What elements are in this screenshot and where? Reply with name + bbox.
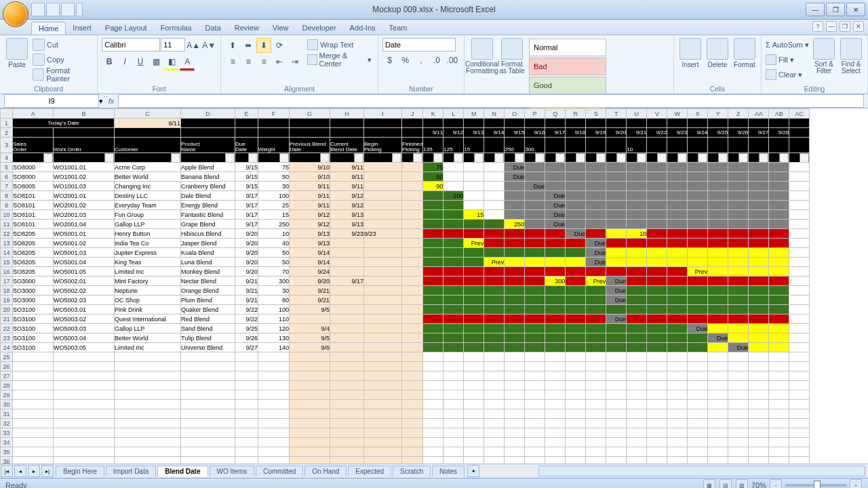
cell[interactable] bbox=[749, 229, 769, 239]
cell[interactable] bbox=[667, 343, 688, 352]
row-header[interactable]: 19 bbox=[1, 296, 13, 305]
cell[interactable] bbox=[789, 362, 810, 371]
cell[interactable] bbox=[586, 438, 606, 447]
cell[interactable] bbox=[545, 267, 566, 277]
cell[interactable] bbox=[789, 324, 810, 333]
cell[interactable] bbox=[627, 163, 647, 172]
sheet-tab-committed[interactable]: Committed bbox=[256, 466, 303, 476]
cell[interactable]: 9/20 bbox=[235, 229, 258, 239]
col-header[interactable]: Z bbox=[728, 109, 749, 119]
cell[interactable]: 250 bbox=[505, 220, 525, 229]
cell[interactable] bbox=[258, 400, 290, 409]
cell[interactable] bbox=[115, 371, 181, 381]
cell[interactable] bbox=[566, 419, 586, 428]
cell[interactable] bbox=[708, 163, 728, 172]
cell[interactable] bbox=[364, 343, 402, 352]
cell[interactable] bbox=[606, 343, 627, 352]
cell[interactable] bbox=[749, 314, 769, 324]
cell[interactable] bbox=[708, 210, 728, 220]
cell[interactable]: 50 bbox=[258, 248, 290, 258]
cell[interactable] bbox=[627, 333, 647, 343]
cell[interactable] bbox=[769, 210, 789, 220]
cell[interactable] bbox=[13, 371, 54, 381]
cell[interactable] bbox=[647, 343, 667, 352]
cell[interactable] bbox=[443, 296, 464, 305]
cell[interactable] bbox=[749, 333, 769, 343]
cell[interactable] bbox=[423, 390, 443, 400]
cell[interactable] bbox=[13, 362, 54, 371]
cell[interactable] bbox=[13, 381, 54, 390]
cell[interactable] bbox=[586, 447, 606, 457]
cell[interactable] bbox=[566, 220, 586, 229]
cell[interactable] bbox=[708, 447, 728, 457]
cell[interactable] bbox=[484, 400, 505, 409]
cell[interactable] bbox=[769, 229, 789, 239]
cell[interactable]: 9/17 bbox=[235, 201, 258, 210]
cell[interactable] bbox=[423, 419, 443, 428]
cell[interactable] bbox=[586, 324, 606, 333]
cell[interactable] bbox=[688, 314, 708, 324]
cell[interactable]: Quaker Blend bbox=[181, 305, 235, 314]
sheet-tab-begin-here[interactable]: Begin Here bbox=[56, 466, 104, 476]
cell[interactable]: Due bbox=[586, 258, 606, 267]
cell[interactable] bbox=[402, 447, 423, 457]
cell[interactable] bbox=[545, 362, 566, 371]
cell[interactable] bbox=[708, 220, 728, 229]
row-header[interactable]: 9 bbox=[1, 201, 13, 210]
cell[interactable] bbox=[464, 419, 484, 428]
cell[interactable] bbox=[606, 267, 627, 277]
row-header[interactable]: 25 bbox=[1, 352, 13, 362]
cell[interactable] bbox=[505, 210, 525, 220]
cell[interactable] bbox=[423, 267, 443, 277]
cell[interactable] bbox=[728, 371, 749, 381]
cell[interactable] bbox=[606, 333, 627, 343]
cell[interactable] bbox=[708, 381, 728, 390]
cell[interactable] bbox=[728, 409, 749, 419]
cell[interactable] bbox=[423, 220, 443, 229]
cell[interactable] bbox=[667, 182, 688, 191]
cell[interactable]: Due bbox=[688, 324, 708, 333]
cell[interactable] bbox=[525, 438, 545, 447]
cell[interactable] bbox=[525, 333, 545, 343]
doc-restore-icon[interactable]: ❐ bbox=[840, 21, 850, 32]
filter-icon[interactable]: ▾ bbox=[104, 153, 114, 163]
cell[interactable]: 100 bbox=[443, 191, 464, 201]
cell[interactable] bbox=[728, 362, 749, 371]
cell[interactable]: Plum Blend bbox=[181, 296, 235, 305]
filter-icon[interactable]: ▾ bbox=[535, 153, 545, 163]
cell[interactable] bbox=[749, 305, 769, 314]
col-header[interactable]: C bbox=[115, 109, 181, 119]
cell[interactable]: SO8101 bbox=[13, 210, 54, 220]
cell[interactable] bbox=[505, 419, 525, 428]
cell[interactable] bbox=[525, 343, 545, 352]
cell[interactable] bbox=[525, 296, 545, 305]
cell[interactable] bbox=[627, 210, 647, 220]
zoom-slider[interactable] bbox=[785, 484, 846, 487]
cell[interactable] bbox=[545, 343, 566, 352]
cell[interactable] bbox=[606, 390, 627, 400]
cell[interactable]: 9/11 bbox=[330, 172, 364, 182]
cell[interactable]: 9/23 bbox=[330, 229, 364, 239]
sheet-tab-import-data[interactable]: Import Data bbox=[106, 466, 156, 476]
cell[interactable] bbox=[464, 182, 484, 191]
cell[interactable] bbox=[586, 343, 606, 352]
cell[interactable] bbox=[443, 239, 464, 248]
cell[interactable] bbox=[688, 438, 708, 447]
cell[interactable] bbox=[627, 419, 647, 428]
cell[interactable] bbox=[769, 296, 789, 305]
cell[interactable]: Limited Inc bbox=[115, 343, 181, 352]
cell[interactable] bbox=[464, 286, 484, 296]
cell[interactable] bbox=[402, 409, 423, 419]
cell[interactable] bbox=[258, 438, 290, 447]
cell[interactable]: Prev bbox=[586, 277, 606, 286]
cell[interactable] bbox=[566, 210, 586, 220]
cell[interactable] bbox=[606, 258, 627, 267]
cell[interactable] bbox=[708, 371, 728, 381]
cell[interactable] bbox=[402, 457, 423, 464]
cell[interactable] bbox=[769, 267, 789, 277]
cell[interactable] bbox=[235, 352, 258, 362]
cell[interactable] bbox=[789, 172, 810, 182]
cell[interactable] bbox=[505, 286, 525, 296]
cell[interactable] bbox=[647, 163, 667, 172]
cell[interactable] bbox=[443, 457, 464, 464]
